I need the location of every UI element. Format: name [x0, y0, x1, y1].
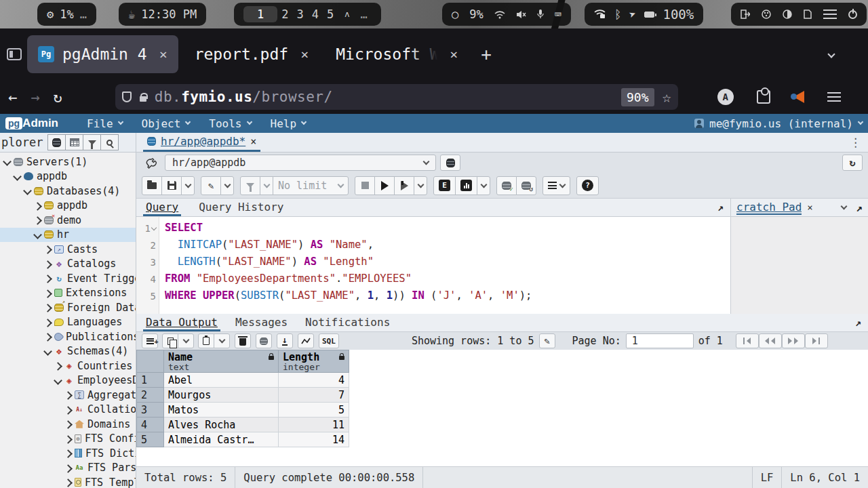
add-row-button[interactable] — [142, 333, 158, 348]
chevron-down-icon[interactable] — [35, 232, 41, 238]
panel-kebab-menu-icon[interactable]: ⋮ — [850, 136, 861, 149]
chevron-right-icon[interactable] — [45, 261, 51, 267]
expand-editor-icon[interactable]: ↗ — [717, 201, 724, 214]
browser-tab-pgadmin[interactable]: Pg pgAdmin 4 × — [27, 35, 178, 73]
chevron-right-icon[interactable] — [45, 319, 51, 325]
commit-button[interactable] — [496, 176, 517, 195]
refresh-layout-button[interactable]: ↻ — [842, 155, 863, 171]
execute-options-button[interactable] — [414, 176, 427, 195]
name-cell[interactable]: Abel — [164, 373, 279, 388]
grid-corner-cell[interactable] — [137, 350, 164, 373]
chevron-down-icon[interactable] — [841, 203, 848, 210]
save-data-button[interactable] — [256, 333, 272, 348]
name-cell[interactable]: Almeida Castr… — [164, 432, 279, 447]
scratch-pad-tab[interactable]: cratch Pad — [736, 201, 802, 215]
workspace-2[interactable]: 2 — [277, 7, 292, 21]
tray-menu-icon[interactable] — [823, 9, 837, 19]
sql-editor[interactable]: 12345 SELECT INITCAP("LAST_NAME") AS "Na… — [136, 217, 730, 314]
prev-page-button[interactable] — [759, 333, 782, 348]
execute-script-button[interactable] — [394, 176, 414, 195]
tree-item-collations[interactable]: Collations — [0, 403, 136, 418]
tree-item-hr[interactable]: hr — [0, 228, 136, 243]
length-cell[interactable]: 7 — [279, 388, 349, 403]
url-bar[interactable]: db.fymio.us/browser/ 90% ☆ — [115, 84, 678, 110]
page-number-input[interactable]: 1 — [626, 333, 694, 348]
chevron-right-icon[interactable] — [65, 436, 71, 442]
bookmark-star-icon[interactable]: ☆ — [663, 89, 671, 106]
row-number-cell[interactable]: 1 — [137, 373, 164, 388]
tree-item-fts-parsers[interactable]: FTS Parsers — [0, 461, 136, 476]
chevron-right-icon[interactable] — [65, 407, 71, 413]
name-cell[interactable]: Mourgos — [164, 388, 279, 403]
tree-item-appdb[interactable]: appdb — [0, 169, 136, 184]
tree-item-aggregates[interactable]: Aggregates — [0, 388, 136, 403]
tree-item-domains[interactable]: Domains — [0, 417, 136, 432]
filter-rows-button[interactable] — [240, 176, 260, 195]
tree-item-publications[interactable]: Publications — [0, 329, 136, 344]
chevron-down-icon[interactable] — [14, 174, 20, 180]
next-page-button[interactable] — [782, 333, 805, 348]
expand-scratch-pad-icon[interactable]: ↗ — [856, 201, 863, 214]
length-cell[interactable]: 14 — [279, 432, 349, 447]
chevron-right-icon[interactable] — [65, 421, 71, 427]
row-number-cell[interactable]: 2 — [137, 388, 164, 403]
tree-item-appdb[interactable]: appdb — [0, 199, 136, 214]
menu-help[interactable]: Help — [261, 117, 316, 130]
zoom-level-badge[interactable]: 90% — [621, 88, 654, 106]
copy-button[interactable] — [162, 333, 178, 348]
open-file-button[interactable] — [142, 176, 162, 195]
chevron-right-icon[interactable] — [65, 479, 71, 485]
name-cell[interactable]: Alves Rocha — [164, 418, 279, 432]
tracking-shield-icon[interactable] — [122, 92, 132, 102]
clock-widget[interactable]: ☕ 12:30 PM — [119, 3, 206, 26]
extension-megaphone-icon[interactable] — [793, 91, 804, 103]
tree-item-catalogs[interactable]: Catalogs — [0, 257, 136, 272]
paste-options-button[interactable] — [214, 333, 230, 348]
tree-item-extensions[interactable]: Extensions — [0, 286, 136, 301]
chevron-down-icon[interactable] — [24, 188, 31, 194]
tree-item-fts-templates[interactable]: FTS Templates — [0, 475, 136, 488]
chevron-right-icon[interactable] — [45, 333, 51, 340]
chevron-right-icon[interactable] — [65, 465, 71, 471]
chevron-down-icon[interactable] — [55, 378, 61, 384]
extensions-puzzle-icon[interactable] — [757, 90, 770, 104]
tab-data-output[interactable]: Data Output — [143, 314, 220, 331]
cpu-usage-widget[interactable]: ⚙ 1% … — [37, 3, 96, 26]
paste-button[interactable] — [198, 333, 214, 348]
save-file-button[interactable] — [161, 176, 182, 195]
menu-file[interactable]: File — [77, 117, 132, 130]
new-connection-button[interactable] — [440, 155, 460, 171]
row-number-cell[interactable]: 5 — [137, 432, 164, 447]
forward-button[interactable]: → — [31, 89, 39, 106]
peripherals-widget[interactable]: ○ 9% ⌨ — [442, 3, 571, 26]
graph-visualiser-button[interactable] — [298, 333, 314, 348]
save-options-button[interactable] — [181, 176, 195, 195]
chevron-right-icon[interactable] — [45, 290, 51, 296]
files-icon[interactable] — [804, 9, 812, 19]
name-cell[interactable]: Matos — [164, 403, 279, 418]
tab-messages[interactable]: Messages — [233, 314, 290, 331]
last-page-button[interactable] — [805, 333, 828, 348]
scratch-pad-body[interactable] — [731, 217, 868, 314]
browser-tab-report[interactable]: report.pdf × — [184, 35, 320, 73]
browser-tab-word[interactable]: Microsoft Wo × — [325, 35, 469, 73]
workspace-5[interactable]: 5 — [323, 7, 338, 21]
chevron-right-icon[interactable] — [45, 304, 51, 310]
sql-button[interactable]: SQL — [319, 333, 339, 348]
chevron-right-icon[interactable] — [45, 275, 51, 281]
close-tab-icon[interactable]: × — [450, 46, 458, 62]
chevron-right-icon[interactable] — [65, 450, 71, 456]
chevron-right-icon[interactable] — [55, 363, 61, 369]
close-tab-icon[interactable]: × — [300, 46, 309, 62]
connection-status-button[interactable] — [142, 155, 161, 171]
profile-icon[interactable]: A — [717, 89, 734, 105]
workspace-1[interactable]: 1 — [243, 6, 277, 22]
workspace-more[interactable]: … — [356, 7, 371, 21]
chevron-right-icon[interactable] — [35, 217, 41, 223]
chevron-right-icon[interactable] — [35, 203, 41, 209]
https-lock-icon[interactable] — [140, 96, 146, 102]
column-header-name[interactable]: Nametext — [164, 350, 279, 373]
search-objects-button[interactable] — [100, 134, 119, 150]
chevron-down-icon[interactable] — [45, 348, 51, 354]
length-cell[interactable]: 5 — [279, 403, 349, 418]
